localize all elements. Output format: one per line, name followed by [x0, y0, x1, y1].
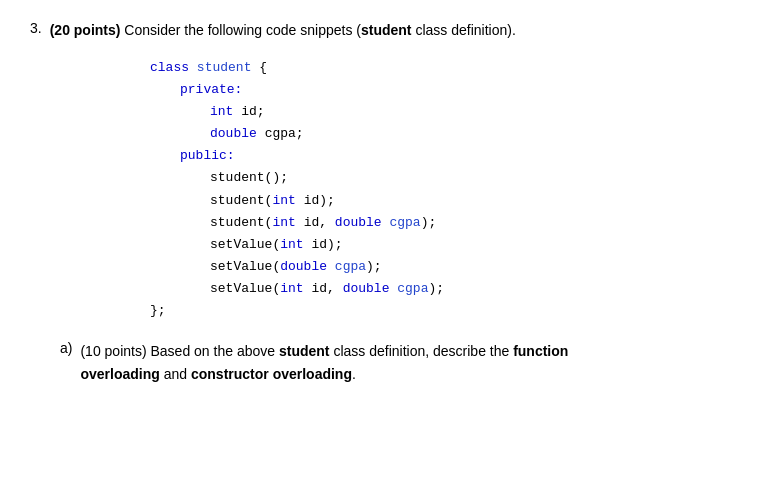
- sub-text-a: (10 points) Based on the above student c…: [80, 340, 568, 385]
- points-label: (20 points): [50, 22, 121, 38]
- code-line-8: student(int id, double cgpa);: [210, 212, 730, 234]
- code-line-5: public:: [180, 145, 730, 167]
- constructor-2-pre: student(: [210, 193, 272, 208]
- constructor-3-pre: student(: [210, 215, 272, 230]
- setvalue-3-mid: id,: [304, 281, 343, 296]
- code-line-12: };: [150, 300, 730, 322]
- setvalue-2-end: );: [366, 259, 382, 274]
- question-number: 3.: [30, 20, 42, 36]
- code-block: class student { private: int id; double …: [150, 57, 730, 322]
- points-value: (20 points): [50, 22, 121, 38]
- sub-points-a: (10 points): [80, 343, 146, 359]
- keyword-int: int: [210, 104, 233, 119]
- keyword-double: double: [210, 126, 257, 141]
- question-text: (20 points) Consider the following code …: [50, 20, 516, 41]
- constructor-3-int: int: [272, 215, 295, 230]
- code-line-9: setValue(int id);: [210, 234, 730, 256]
- keyword-private: private:: [180, 82, 242, 97]
- sub-intro-a: Based on the above student class definit…: [80, 343, 568, 381]
- setvalue-3-pre: setValue(: [210, 281, 280, 296]
- setvalue-3-cgpa: cgpa: [397, 281, 428, 296]
- constructor-2-param: id);: [296, 193, 335, 208]
- code-line-1: class student {: [150, 57, 730, 79]
- constructor-3-cgpa-val: cgpa: [389, 215, 420, 230]
- setvalue-1-int: int: [280, 237, 303, 252]
- var-cgpa: cgpa;: [265, 126, 304, 141]
- code-line-4: double cgpa;: [210, 123, 730, 145]
- student-class-ref: student: [279, 343, 330, 359]
- setvalue-2-pre: setValue(: [210, 259, 280, 274]
- setvalue-2-double: double: [280, 259, 327, 274]
- setvalue-1-pre: setValue(: [210, 237, 280, 252]
- closing-brace: };: [150, 303, 166, 318]
- sub-label-a: a): [60, 340, 72, 356]
- keyword-public: public:: [180, 148, 235, 163]
- constructor-3-mid: id,: [296, 215, 335, 230]
- constructor-3-double: double: [335, 215, 382, 230]
- setvalue-1-param: id);: [304, 237, 343, 252]
- text-intro: Consider the following code snippets (st…: [124, 22, 515, 38]
- setvalue-2-space: [327, 259, 335, 274]
- keyword-class: class: [150, 60, 189, 75]
- setvalue-3-double: double: [343, 281, 390, 296]
- setvalue-2-cgpa: cgpa: [335, 259, 366, 274]
- brace-open: {: [259, 60, 267, 75]
- constructor-3-end: );: [421, 215, 437, 230]
- code-line-7: student(int id);: [210, 190, 730, 212]
- class-name: student: [197, 60, 252, 75]
- code-line-6: student();: [210, 167, 730, 189]
- constructor-overloading-bold: constructor overloading: [191, 366, 352, 382]
- constructor-2-int: int: [272, 193, 295, 208]
- sub-question-a: a) (10 points) Based on the above studen…: [30, 340, 730, 385]
- code-line-2: private:: [180, 79, 730, 101]
- var-id: id;: [241, 104, 264, 119]
- student-bold: student: [361, 22, 412, 38]
- code-line-10: setValue(double cgpa);: [210, 256, 730, 278]
- constructor-1: student();: [210, 170, 288, 185]
- setvalue-3-end: );: [428, 281, 444, 296]
- code-line-11: setValue(int id, double cgpa);: [210, 278, 730, 300]
- setvalue-3-int: int: [280, 281, 303, 296]
- code-line-3: int id;: [210, 101, 730, 123]
- question-container: 3. (20 points) Consider the following co…: [30, 20, 730, 41]
